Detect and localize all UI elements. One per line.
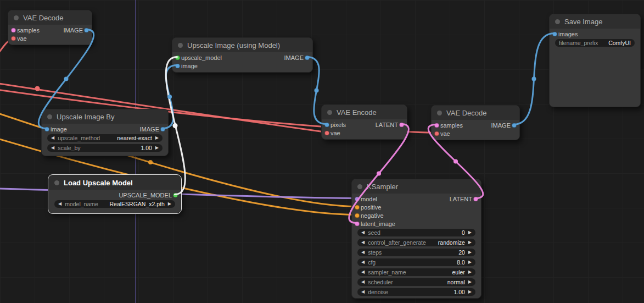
widget-sampler-name[interactable]: ◀ sampler_name euler ▶ (357, 268, 475, 276)
widget-control-after-generate[interactable]: ◀ control_after_generate randomize ▶ (357, 239, 475, 246)
output-slot-latent[interactable] (473, 196, 478, 201)
node-title: Save Image (564, 18, 602, 26)
widget-scale-by[interactable]: ◀ scale_by 1.00 ▶ (47, 144, 163, 152)
decrement-arrow-icon[interactable]: ◀ (361, 250, 365, 255)
decrement-arrow-icon[interactable]: ◀ (51, 146, 54, 150)
input-slot-image[interactable] (44, 126, 49, 131)
input-label: vae (17, 35, 27, 42)
decrement-arrow-icon[interactable]: ◀ (51, 136, 54, 140)
output-label: IMAGE (64, 27, 83, 34)
collapse-icon[interactable] (178, 43, 183, 48)
input-slot-image[interactable] (175, 63, 180, 68)
increment-arrow-icon[interactable]: ▶ (468, 250, 472, 255)
input-label: vae (331, 130, 340, 136)
input-slot-pixels[interactable] (324, 122, 329, 127)
output-slot-image[interactable] (84, 27, 89, 32)
node-upscale-image-using-model[interactable]: Upscale Image (using Model) upscale_mode… (172, 37, 313, 73)
widget-scheduler[interactable]: ◀ scheduler normal ▶ (357, 278, 475, 286)
widget-upscale-method[interactable]: ◀ upscale_method nearest-exact ▶ (47, 134, 163, 142)
node-titlebar[interactable]: VAE Decode (8, 10, 92, 25)
input-slot-negative[interactable] (355, 213, 360, 218)
node-upscale-image-by[interactable]: Upscale Image By image IMAGE ◀ upscale_m… (41, 109, 169, 156)
widget-label: filename_prefix (559, 40, 598, 46)
decrement-arrow-icon[interactable]: ◀ (361, 270, 365, 274)
increment-arrow-icon[interactable]: ▶ (468, 280, 472, 284)
input-slot-vae[interactable] (434, 131, 439, 136)
collapse-icon[interactable] (555, 19, 560, 24)
widget-value: euler (452, 269, 464, 276)
node-vae-encode[interactable]: VAE Encode pixels LATENT vae (321, 104, 407, 140)
output-slot-image[interactable] (305, 55, 310, 60)
decrement-arrow-icon[interactable]: ◀ (361, 260, 365, 265)
wire-dot-latent-1 (377, 172, 381, 176)
node-titlebar[interactable]: VAE Decode (432, 106, 519, 120)
increment-arrow-icon[interactable]: ▶ (468, 260, 472, 265)
input-label: image (51, 126, 67, 133)
decrement-arrow-icon[interactable]: ◀ (361, 280, 365, 284)
collapse-icon[interactable] (437, 111, 442, 115)
node-titlebar[interactable]: Load Upscale Model (49, 175, 181, 190)
increment-arrow-icon[interactable]: ▶ (468, 270, 472, 274)
increment-arrow-icon[interactable]: ▶ (168, 202, 171, 206)
output-slot-image[interactable] (160, 126, 165, 131)
node-ksampler[interactable]: KSampler model LATENT positive negative … (351, 179, 481, 299)
input-slot-vae[interactable] (11, 36, 16, 41)
input-label: latent_image (361, 221, 395, 227)
node-vae-decode-1[interactable]: VAE Decode samples IMAGE vae (8, 10, 92, 45)
collapse-icon[interactable] (357, 184, 362, 189)
decrement-arrow-icon[interactable]: ◀ (361, 230, 365, 235)
increment-arrow-icon[interactable]: ▶ (155, 146, 159, 150)
widget-filename-prefix[interactable]: filename_prefix ComfyUI (555, 39, 635, 47)
widget-label: sampler_name (368, 269, 406, 276)
input-slot-positive[interactable] (355, 205, 360, 210)
input-slot-samples[interactable] (434, 123, 439, 128)
input-slot-latent-image[interactable] (355, 221, 360, 226)
input-slot-upscale-model[interactable] (175, 55, 180, 60)
collapse-icon[interactable] (47, 114, 52, 119)
output-slot-upscale-model[interactable] (173, 192, 178, 197)
wire-dot-image-3 (315, 89, 319, 93)
collapse-icon[interactable] (54, 180, 59, 185)
input-slot-images[interactable] (552, 31, 557, 36)
node-titlebar[interactable]: KSampler (352, 179, 481, 194)
node-titlebar[interactable]: VAE Encode (322, 105, 407, 119)
input-label: positive (361, 204, 381, 211)
node-titlebar[interactable]: Save Image (550, 14, 640, 29)
collapse-icon[interactable] (14, 15, 19, 20)
widget-model-name[interactable]: ◀ model_name RealESRGAN_x2.pth ▶ (54, 200, 175, 208)
output-label: IMAGE (140, 126, 159, 133)
node-title: KSampler (367, 183, 398, 191)
node-load-upscale-model[interactable]: Load Upscale Model UPSCALE_MODEL ◀ model… (48, 175, 181, 213)
node-save-image[interactable]: Save Image images filename_prefix ComfyU… (549, 14, 641, 107)
input-slot-model[interactable] (355, 196, 360, 201)
node-titlebar[interactable]: Upscale Image (using Model) (172, 38, 312, 52)
node-vae-decode-2[interactable]: VAE Decode samples IMAGE vae (431, 105, 520, 140)
wire-dot-vae (35, 86, 40, 91)
widget-cfg[interactable]: ◀ cfg 8.0 ▶ (357, 258, 475, 266)
output-label: UPSCALE_MODEL (119, 192, 172, 199)
node-title: Upscale Image (using Model) (187, 41, 280, 49)
widget-denoise[interactable]: ◀ denoise 1.00 ▶ (357, 288, 475, 296)
increment-arrow-icon[interactable]: ▶ (155, 136, 159, 140)
input-label: samples (17, 27, 40, 34)
collapse-icon[interactable] (327, 110, 332, 115)
widget-value: 1.00 (453, 289, 464, 295)
output-label: IMAGE (491, 122, 511, 129)
input-slot-vae[interactable] (324, 130, 329, 135)
widget-seed[interactable]: ◀ seed 0 ▶ (357, 229, 475, 236)
increment-arrow-icon[interactable]: ▶ (468, 230, 472, 235)
node-graph-canvas[interactable]: VAE Decode samples IMAGE vae Upscale Ima… (0, 0, 644, 303)
decrement-arrow-icon[interactable]: ◀ (361, 240, 365, 245)
output-slot-image[interactable] (512, 123, 517, 128)
node-titlebar[interactable]: Upscale Image By (42, 109, 168, 124)
widget-steps[interactable]: ◀ steps 20 ▶ (357, 249, 475, 256)
output-slot-latent[interactable] (399, 122, 404, 127)
decrement-arrow-icon[interactable]: ◀ (361, 290, 365, 294)
input-label: pixels (331, 122, 346, 128)
node-title: Load Upscale Model (64, 179, 133, 187)
decrement-arrow-icon[interactable]: ◀ (58, 202, 61, 206)
input-slot-samples[interactable] (11, 27, 16, 32)
increment-arrow-icon[interactable]: ▶ (468, 240, 472, 245)
increment-arrow-icon[interactable]: ▶ (468, 290, 472, 294)
wire-dot-highlight (173, 123, 178, 128)
